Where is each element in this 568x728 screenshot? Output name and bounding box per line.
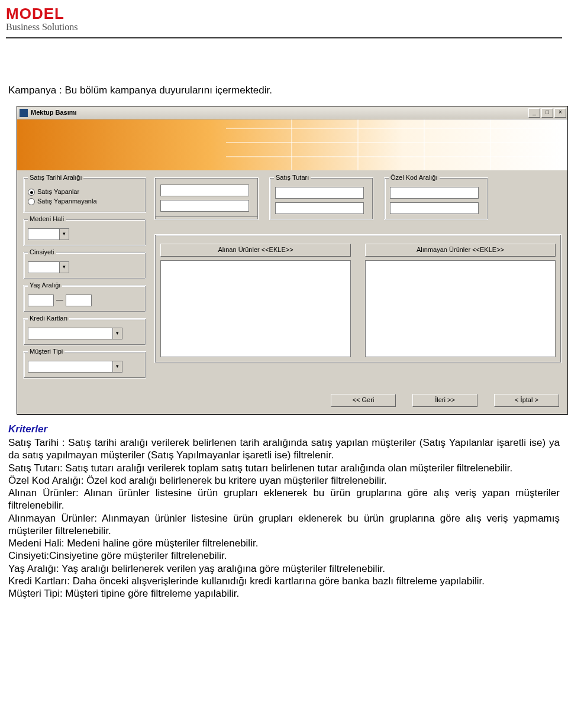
radio-dot-icon [28, 198, 35, 205]
group-yas-araligi: Yaş Aralığı [23, 285, 146, 312]
criteria-line: Satış Tarihi : Satış tarihi aralığı veri… [8, 436, 560, 462]
input-tarih-1[interactable] [160, 185, 249, 196]
group-satis-tutari: Satış Tutarı [269, 177, 373, 220]
list-alinmayan[interactable] [365, 260, 556, 357]
app-icon [20, 109, 28, 117]
legend-musteri: Müşteri Tipi [28, 348, 64, 356]
titlebar: Mektup Basımı _ □ × [17, 106, 567, 119]
btn-cancel[interactable]: < İptal > [494, 394, 559, 407]
close-button[interactable]: × [554, 108, 566, 118]
legend-ozelkod: Özel Kod Aralığı [389, 174, 440, 182]
combo-kredi[interactable] [28, 328, 122, 339]
legend-kredi: Kredi Kartları [28, 315, 69, 323]
legend-cinsiyet: Cinsiyeti [28, 248, 56, 257]
right-column: Satış Tutarı Özel Kod Aralığı [154, 177, 561, 384]
window-banner [17, 119, 567, 170]
left-column: Satış Tarihi Aralığı Satış Yapanlar Satı… [23, 177, 146, 384]
radio-label: Satış Yapanmayanla [37, 198, 97, 206]
group-medeni-hali: Medeni Hali [23, 219, 146, 246]
group-kredi-kartlari: Kredi Kartları [23, 318, 146, 345]
btn-next[interactable]: İleri >> [412, 394, 477, 407]
legend-yas: Yaş Aralığı [28, 282, 62, 290]
radio-satis-yapmayanlar[interactable]: Satış Yapanmayanla [28, 198, 141, 206]
criteria-line: Medeni Hali: Medeni haline göre müşteril… [8, 537, 560, 549]
btn-alinmayan-ekle[interactable]: Alınmayan Ürünler <<EKLE>> [365, 244, 556, 257]
radio-label: Satış Yapanlar [37, 188, 79, 196]
input-yas-max[interactable] [66, 295, 92, 306]
maximize-button[interactable]: □ [541, 108, 553, 118]
criteria-line: Satış Tutarı: Satış tutarı aralığı veril… [8, 462, 560, 474]
combo-medeni[interactable] [28, 228, 69, 240]
input-tarih-2[interactable] [160, 200, 249, 212]
group-satis-tarihi: Satış Tarihi Aralığı Satış Yapanlar Satı… [23, 177, 146, 213]
criteria-line: Özel Kod Aralığı: Özel kod aralığı belir… [8, 474, 560, 487]
legend-tutar: Satış Tutarı [274, 174, 311, 182]
chevron-down-icon [59, 262, 69, 273]
btn-back[interactable]: << Geri [331, 394, 396, 407]
wizard-nav: << Geri İleri >> < İptal > [17, 389, 567, 414]
legend-medeni: Medeni Hali [28, 215, 66, 224]
logo-line1: MODEL [6, 5, 562, 23]
chevron-down-icon [112, 361, 122, 372]
criteria-line: Kredi Kartları: Daha önceki alışverişler… [8, 575, 560, 587]
logo-line2: Business Solutions [6, 22, 562, 33]
criteria-line: Cinsiyeti:Cinsiyetine göre müşteriler fi… [8, 549, 560, 562]
input-yas-min[interactable] [28, 295, 54, 306]
input-kod-1[interactable] [390, 187, 479, 199]
input-kod-2[interactable] [390, 202, 479, 214]
group-urunler: Alınan Ürünler <<EKLE>> Alınmayan Ürünle… [154, 234, 561, 363]
chevron-down-icon [59, 229, 69, 240]
list-alinan[interactable] [160, 260, 351, 357]
group-ozel-kod: Özel Kod Aralığı [384, 177, 488, 220]
radio-dot-icon [28, 189, 35, 196]
input-tutar-1[interactable] [275, 187, 364, 199]
page-header: MODEL Business Solutions [0, 0, 568, 35]
criteria-line: Alınmayan Ürünler: Alınmayan ürünler lis… [8, 512, 560, 538]
criteria-line: Müşteri Tipi: Müşteri tipine göre filtre… [8, 587, 560, 600]
criteria-heading: Kriterler [8, 423, 560, 435]
app-window: Mektup Basımı _ □ × Satış Tarihi Aralığı… [17, 106, 568, 415]
combo-cinsiyet[interactable] [28, 261, 69, 273]
criteria-line: Alınan Ürünler: Alınan ürünler listesine… [8, 487, 560, 512]
group-musteri-tipi: Müşteri Tipi [23, 351, 146, 378]
dash-icon [56, 300, 63, 300]
group-cinsiyet: Cinsiyeti [23, 252, 146, 279]
btn-alinan-ekle[interactable]: Alınan Ürünler <<EKLE>> [160, 244, 351, 257]
chevron-down-icon [112, 328, 122, 339]
group-satis-tarihi-inputs [154, 177, 259, 220]
intro-text: Kampanya : Bu bölüm kampanya duyuruların… [8, 84, 560, 96]
combo-musteri[interactable] [28, 361, 122, 373]
window-title: Mektup Basımı [31, 109, 528, 117]
radio-satis-yapanlar[interactable]: Satış Yapanlar [28, 188, 141, 196]
legend-satis-tarihi: Satış Tarihi Aralığı [28, 174, 83, 182]
input-tutar-2[interactable] [275, 202, 364, 214]
criteria-line: Yaş Aralığı: Yaş aralığı belirlenerek ve… [8, 562, 560, 575]
minimize-button[interactable]: _ [528, 108, 540, 118]
